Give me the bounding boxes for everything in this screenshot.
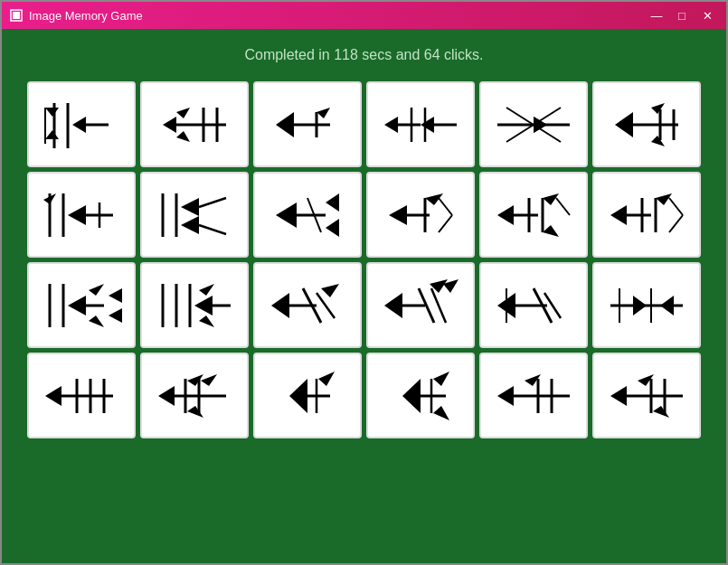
card-14[interactable] <box>140 262 249 348</box>
svg-marker-135 <box>610 386 627 406</box>
svg-marker-34 <box>651 103 665 114</box>
window-controls: — □ ✕ <box>645 6 719 24</box>
main-window: Image Memory Game — □ ✕ Completed in 118… <box>0 0 728 565</box>
svg-marker-128 <box>433 372 449 386</box>
card-6[interactable] <box>592 81 701 167</box>
card-3[interactable] <box>253 81 362 167</box>
svg-line-72 <box>669 215 683 232</box>
minimize-button[interactable]: — <box>645 6 668 24</box>
window-title: Image Memory Game <box>29 9 645 23</box>
svg-marker-6 <box>45 108 59 117</box>
card-9[interactable] <box>253 172 362 258</box>
svg-marker-27 <box>534 117 547 133</box>
svg-marker-125 <box>402 379 421 413</box>
svg-marker-93 <box>384 293 402 318</box>
svg-marker-119 <box>201 374 217 386</box>
svg-marker-4 <box>72 117 86 133</box>
card-20[interactable] <box>140 353 249 438</box>
svg-line-47 <box>199 225 226 234</box>
svg-line-71 <box>669 198 683 215</box>
card-22[interactable] <box>366 353 475 438</box>
card-8[interactable] <box>140 172 249 258</box>
svg-line-65 <box>556 198 570 215</box>
svg-marker-44 <box>181 198 199 216</box>
svg-marker-35 <box>651 136 665 146</box>
svg-marker-114 <box>158 386 175 406</box>
svg-marker-48 <box>276 202 297 228</box>
svg-marker-121 <box>289 379 307 413</box>
titlebar: Image Memory Game — □ ✕ <box>2 2 726 29</box>
svg-marker-106 <box>660 296 674 315</box>
card-10[interactable] <box>366 172 475 258</box>
svg-rect-1 <box>13 12 20 19</box>
svg-marker-88 <box>271 293 289 318</box>
svg-marker-15 <box>276 112 294 137</box>
card-2[interactable] <box>140 81 249 167</box>
svg-line-57 <box>439 198 452 215</box>
close-button[interactable]: ✕ <box>695 6 719 24</box>
svg-line-91 <box>317 293 335 318</box>
svg-marker-66 <box>610 205 627 225</box>
game-content: Completed in 118 secs and 64 clicks. <box>2 29 726 563</box>
svg-marker-50 <box>326 193 339 212</box>
card-4[interactable] <box>366 81 475 167</box>
svg-marker-59 <box>497 205 514 225</box>
svg-marker-78 <box>89 315 104 327</box>
svg-marker-129 <box>433 406 449 420</box>
svg-line-96 <box>431 288 446 323</box>
card-5[interactable] <box>479 81 588 167</box>
svg-marker-140 <box>653 406 669 418</box>
svg-marker-8 <box>45 130 59 139</box>
svg-marker-84 <box>194 296 213 315</box>
svg-marker-14 <box>176 131 190 142</box>
card-15[interactable] <box>253 262 362 348</box>
svg-marker-124 <box>318 372 335 386</box>
svg-marker-77 <box>89 284 104 296</box>
card-11[interactable] <box>479 172 588 258</box>
svg-marker-105 <box>633 296 647 315</box>
card-16[interactable] <box>366 262 475 348</box>
card-1[interactable] <box>27 81 136 167</box>
svg-marker-13 <box>176 108 190 118</box>
card-grid <box>27 81 701 438</box>
card-23[interactable] <box>479 353 588 438</box>
svg-marker-19 <box>384 117 398 133</box>
svg-marker-120 <box>187 406 203 418</box>
svg-marker-51 <box>326 219 339 237</box>
svg-marker-109 <box>45 386 61 406</box>
svg-marker-53 <box>389 205 407 225</box>
card-13[interactable] <box>27 262 136 348</box>
card-17[interactable] <box>479 262 588 348</box>
svg-marker-79 <box>109 288 122 303</box>
card-19[interactable] <box>27 353 136 438</box>
svg-marker-21 <box>421 117 434 133</box>
svg-marker-45 <box>181 216 199 234</box>
card-24[interactable] <box>592 353 701 438</box>
app-icon <box>9 8 24 23</box>
card-7[interactable] <box>27 172 136 258</box>
completion-status: Completed in 118 secs and 64 clicks. <box>244 47 483 63</box>
card-21[interactable] <box>253 353 362 438</box>
svg-marker-130 <box>497 386 514 406</box>
svg-marker-87 <box>199 315 214 327</box>
svg-line-46 <box>199 198 226 207</box>
svg-marker-92 <box>321 284 339 297</box>
svg-marker-18 <box>317 108 330 118</box>
svg-line-58 <box>439 215 452 232</box>
svg-marker-9 <box>163 117 176 133</box>
svg-marker-64 <box>543 225 559 237</box>
svg-marker-118 <box>187 374 203 386</box>
maximize-button[interactable]: □ <box>670 6 694 24</box>
svg-marker-80 <box>109 308 122 323</box>
svg-marker-30 <box>615 112 633 137</box>
svg-marker-75 <box>68 296 86 315</box>
card-12[interactable] <box>592 172 701 258</box>
svg-marker-38 <box>68 205 86 225</box>
svg-marker-86 <box>199 284 214 296</box>
card-18[interactable] <box>592 262 701 348</box>
